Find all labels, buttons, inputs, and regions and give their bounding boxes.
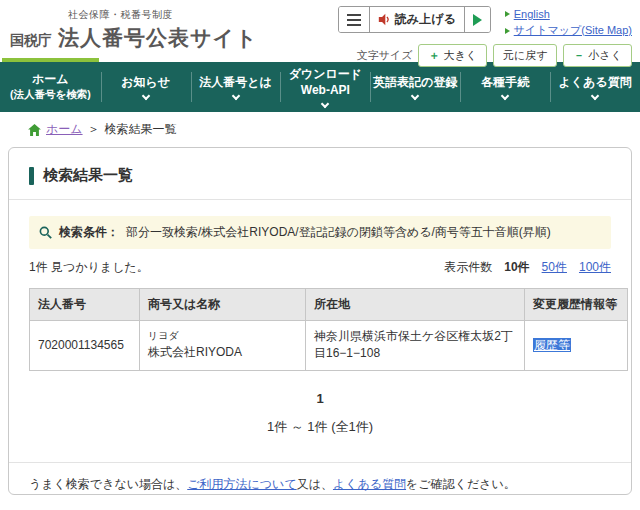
results-summary-row: 1件 見つかりました。 表示件数 10件 50件 100件 bbox=[29, 259, 611, 276]
search-conditions-label: 検索条件： bbox=[59, 224, 119, 241]
nav-english-reg-label: 英語表記の登録 bbox=[373, 75, 457, 91]
read-aloud-button[interactable]: 読み上げる bbox=[370, 7, 465, 32]
agency-name: 国税庁 bbox=[10, 32, 52, 50]
page-title-text: 検索結果一覧 bbox=[43, 166, 133, 185]
nav-item-home[interactable]: ホーム (法人番号を検索) bbox=[0, 62, 101, 112]
header-corporate-number: 法人番号 bbox=[30, 289, 140, 321]
font-larger-label: 大きく bbox=[443, 48, 477, 63]
nav-item-faq[interactable]: よくある質問 bbox=[550, 62, 640, 112]
site-title: 法人番号公表サイト bbox=[58, 24, 257, 52]
header-name: 商号又は名称 bbox=[140, 289, 306, 321]
global-nav: ホーム (法人番号を検索) お知らせ 法人番号とは ダウンロード Web-API… bbox=[0, 62, 640, 112]
english-link[interactable]: English bbox=[505, 8, 632, 20]
nav-procedures-label: 各種手続 bbox=[481, 75, 529, 91]
help-divider bbox=[9, 462, 631, 463]
cell-address: 神奈川県横浜市保土ケ谷区権太坂2丁目16−1−108 bbox=[306, 321, 525, 371]
page-title: 検索結果一覧 bbox=[29, 166, 611, 185]
home-icon bbox=[28, 124, 41, 136]
usage-guide-link[interactable]: ご利用方法について bbox=[187, 477, 296, 491]
company-furigana: リヨダ bbox=[148, 329, 297, 344]
magnifier-icon bbox=[39, 226, 52, 239]
table-header-row: 法人番号 商号又は名称 所在地 変更履歴情報等 bbox=[30, 289, 628, 321]
nav-item-about-number[interactable]: 法人番号とは bbox=[191, 62, 281, 112]
result-count-text: 1件 見つかりました。 bbox=[29, 259, 149, 276]
font-size-label: 文字サイズ bbox=[357, 48, 413, 63]
plus-icon: ＋ bbox=[428, 48, 439, 63]
breadcrumb-separator: ＞ bbox=[88, 121, 100, 138]
font-reset-label: 元に戻す bbox=[503, 48, 548, 63]
sitemap-link-label: サイトマップ(Site Map) bbox=[514, 23, 632, 38]
help-prefix: うまく検索できない場合は、 bbox=[29, 477, 187, 491]
header-address: 所在地 bbox=[306, 289, 525, 321]
search-conditions-value: 部分一致検索/株式会社RIYODA/登記記録の閉鎖等含める/商号等五十音順(昇順… bbox=[126, 224, 551, 241]
help-middle: 又は、 bbox=[297, 477, 333, 491]
nav-item-news[interactable]: お知らせ bbox=[101, 62, 191, 112]
nav-about-label: 法人番号とは bbox=[199, 75, 272, 91]
play-button[interactable] bbox=[465, 7, 490, 32]
cell-corporate-number: 7020001134565 bbox=[30, 321, 140, 371]
nav-download-sublabel: Web-API bbox=[301, 83, 350, 99]
hamburger-icon bbox=[347, 14, 361, 26]
chevron-down-icon bbox=[411, 92, 419, 100]
nav-faq-label: よくある質問 bbox=[559, 75, 632, 91]
site-logo[interactable]: 社会保障・税番号制度 国税庁 法人番号公表サイト bbox=[10, 8, 257, 52]
nav-home-label: ホーム bbox=[32, 72, 69, 88]
menu-button[interactable] bbox=[339, 7, 370, 32]
nav-item-download[interactable]: ダウンロード Web-API bbox=[280, 62, 370, 112]
nav-download-label: ダウンロード bbox=[289, 67, 362, 83]
company-name: 株式会社RIYODA bbox=[148, 345, 242, 359]
pagination-range-text: 1件 ～ 1件 (全1件) bbox=[29, 418, 611, 436]
breadcrumb-current: 検索結果一覧 bbox=[105, 121, 177, 138]
search-conditions-box: 検索条件： 部分一致検索/株式会社RIYODA/登記記録の閉鎖等含める/商号等五… bbox=[29, 216, 611, 249]
help-suffix: をご確認ください。 bbox=[406, 477, 516, 491]
play-icon bbox=[473, 14, 482, 26]
read-aloud-group: 読み上げる bbox=[338, 6, 491, 33]
arrow-right-icon bbox=[505, 28, 510, 34]
cell-change-history: 履歴等 bbox=[525, 321, 628, 371]
pagination-current-page[interactable]: 1 bbox=[316, 391, 323, 406]
read-aloud-label: 読み上げる bbox=[395, 11, 456, 28]
results-table: 法人番号 商号又は名称 所在地 変更履歴情報等 7020001134565 リヨ… bbox=[29, 288, 628, 371]
sitemap-link[interactable]: サイトマップ(Site Map) bbox=[505, 23, 632, 38]
quick-links: English サイトマップ(Site Map) bbox=[505, 6, 632, 38]
chevron-down-icon bbox=[321, 99, 329, 107]
chevron-down-icon bbox=[141, 92, 149, 100]
nav-news-label: お知らせ bbox=[121, 75, 170, 91]
display-count-50-link[interactable]: 50件 bbox=[542, 259, 567, 276]
history-link[interactable]: 履歴等 bbox=[533, 338, 571, 352]
search-results-panel: 検索結果一覧 検索条件： 部分一致検索/株式会社RIYODA/登記記録の閉鎖等含… bbox=[8, 147, 632, 495]
title-divider bbox=[9, 199, 631, 200]
speaker-icon bbox=[378, 13, 391, 26]
chevron-down-icon bbox=[231, 92, 239, 100]
pagination: 1 bbox=[29, 391, 611, 406]
nav-home-sublabel: (法人番号を検索) bbox=[10, 88, 91, 102]
breadcrumb: ホーム ＞ 検索結果一覧 bbox=[0, 112, 640, 145]
display-count-100-link[interactable]: 100件 bbox=[579, 259, 611, 276]
minus-icon: － bbox=[573, 48, 584, 63]
header-top-controls: 読み上げる English サイトマップ(Site Map) bbox=[338, 6, 632, 38]
site-logo-row: 国税庁 法人番号公表サイト bbox=[10, 24, 257, 52]
header-change-history: 変更履歴情報等 bbox=[525, 289, 628, 321]
chevron-down-icon bbox=[501, 92, 509, 100]
arrow-right-icon bbox=[505, 11, 510, 17]
header-controls: 読み上げる English サイトマップ(Site Map) 文字サイズ bbox=[338, 6, 632, 67]
nav-item-english-registration[interactable]: 英語表記の登録 bbox=[370, 62, 460, 112]
display-count-current: 10件 bbox=[504, 259, 529, 276]
cell-name: リヨダ 株式会社RIYODA bbox=[140, 321, 306, 371]
site-tagline: 社会保障・税番号制度 bbox=[68, 8, 257, 22]
chevron-down-icon bbox=[591, 92, 599, 100]
title-accent-bar bbox=[29, 167, 34, 185]
faq-link[interactable]: よくある質問 bbox=[333, 477, 406, 491]
site-header: 社会保障・税番号制度 国税庁 法人番号公表サイト 読み上げる bbox=[0, 0, 640, 58]
nav-item-procedures[interactable]: 各種手続 bbox=[460, 62, 550, 112]
english-link-label: English bbox=[514, 8, 550, 20]
font-smaller-label: 小さく bbox=[588, 48, 622, 63]
help-text: うまく検索できない場合は、ご利用方法について又は、よくある質問をご確認ください。 bbox=[29, 476, 611, 493]
display-count-controls: 表示件数 10件 50件 100件 bbox=[444, 259, 611, 276]
display-count-label: 表示件数 bbox=[444, 259, 492, 276]
breadcrumb-home-link[interactable]: ホーム bbox=[46, 121, 83, 138]
table-row: 7020001134565 リヨダ 株式会社RIYODA 神奈川県横浜市保土ケ谷… bbox=[30, 321, 628, 371]
